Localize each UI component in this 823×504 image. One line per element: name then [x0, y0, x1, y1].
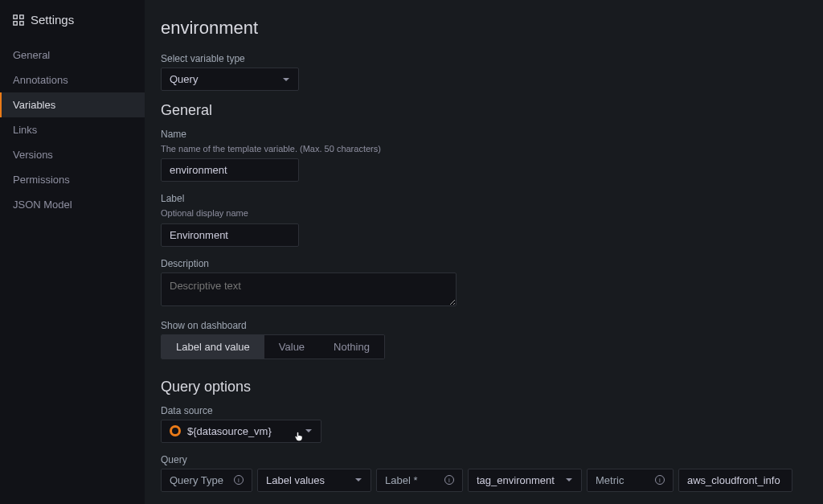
show-on-dashboard-radio-group: Label and value Value Nothing — [161, 334, 385, 359]
sidebar-nav: General Annotations Variables Links Vers… — [0, 43, 145, 217]
sidebar-item-variables[interactable]: Variables — [0, 92, 145, 117]
data-source-value: ${datasource_vm} — [187, 425, 298, 437]
query-field: Query Query Type i Label values Label * … — [161, 454, 807, 492]
data-source-field: Data source ${datasource_vm} — [161, 405, 807, 443]
chevron-down-icon — [354, 476, 362, 484]
chevron-down-icon — [565, 476, 573, 484]
name-help: The name of the template variable. (Max.… — [161, 143, 807, 155]
show-on-dashboard-label: Show on dashboard — [161, 320, 807, 331]
chevron-down-icon — [282, 76, 290, 84]
label-label-cell: Label * i — [376, 469, 463, 492]
label-field: Label Optional display name — [161, 193, 807, 246]
label-help: Optional display name — [161, 207, 807, 219]
sidebar-item-versions[interactable]: Versions — [0, 142, 145, 167]
query-row: Query Type i Label values Label * i tag_… — [161, 469, 807, 492]
sidebar-header: Settings — [0, 10, 145, 43]
info-icon[interactable]: i — [444, 475, 454, 485]
variable-type-field: Select variable type Query — [161, 53, 807, 91]
query-options-section: Query options Data source ${datasource_v… — [161, 379, 807, 504]
variable-type-select[interactable]: Query — [161, 68, 299, 91]
query-label: Query — [161, 454, 807, 465]
general-section-title: General — [161, 102, 807, 119]
sidebar-item-json-model[interactable]: JSON Model — [0, 192, 145, 217]
dashboard-settings-icon — [13, 14, 24, 26]
svg-rect-1 — [20, 14, 23, 18]
settings-sidebar: Settings General Annotations Variables L… — [0, 0, 145, 504]
label-input[interactable] — [161, 223, 299, 247]
label-label: Label — [161, 193, 807, 204]
description-field: Description — [161, 258, 807, 309]
svg-rect-2 — [14, 21, 17, 24]
general-section: General Name The name of the template va… — [161, 102, 807, 359]
sidebar-title: Settings — [31, 13, 74, 27]
name-field: Name The name of the template variable. … — [161, 129, 807, 182]
svg-rect-0 — [14, 14, 17, 18]
variable-type-label: Select variable type — [161, 53, 807, 64]
query-type-value: Label values — [266, 474, 325, 486]
label-select[interactable]: tag_environment — [468, 469, 582, 492]
main-content: environment Select variable type Query G… — [145, 0, 823, 504]
query-type-select[interactable]: Label values — [257, 469, 371, 492]
data-source-label: Data source — [161, 405, 807, 416]
info-icon[interactable]: i — [655, 475, 665, 485]
query-type-label-cell: Query Type i — [161, 469, 252, 492]
metric-label-cell: Metric i — [587, 469, 674, 492]
radio-value[interactable]: Value — [264, 335, 319, 359]
metric-input[interactable]: aws_cloudfront_info — [678, 469, 792, 492]
svg-rect-3 — [20, 21, 23, 24]
info-icon[interactable]: i — [234, 475, 244, 485]
show-on-dashboard-field: Show on dashboard Label and value Value … — [161, 320, 807, 359]
description-label: Description — [161, 258, 807, 269]
chevron-down-icon — [305, 427, 313, 435]
radio-label-and-value[interactable]: Label and value — [162, 335, 264, 359]
data-source-select[interactable]: ${datasource_vm} — [161, 420, 321, 443]
sidebar-item-general[interactable]: General — [0, 43, 145, 68]
query-options-title: Query options — [161, 379, 807, 395]
datasource-icon — [170, 425, 181, 436]
sidebar-item-permissions[interactable]: Permissions — [0, 167, 145, 192]
name-label: Name — [161, 129, 807, 140]
variable-type-value: Query — [170, 73, 198, 85]
sidebar-item-links[interactable]: Links — [0, 117, 145, 142]
radio-nothing[interactable]: Nothing — [319, 335, 384, 359]
name-input[interactable] — [161, 158, 299, 182]
sidebar-item-annotations[interactable]: Annotations — [0, 68, 145, 92]
description-textarea[interactable] — [161, 272, 457, 306]
metric-value: aws_cloudfront_info — [687, 474, 780, 486]
query-type-label-text: Query Type — [170, 474, 223, 486]
page-title: environment — [161, 18, 807, 39]
label-value: tag_environment — [477, 474, 555, 486]
label-label-text: Label * — [385, 474, 417, 486]
metric-label-text: Metric — [596, 474, 624, 486]
